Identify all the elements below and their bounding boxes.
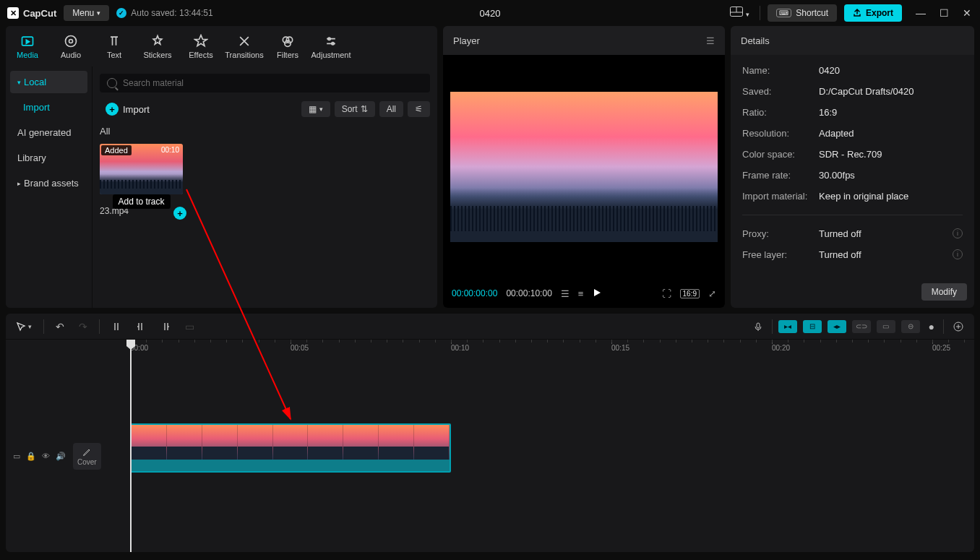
split-left-button[interactable] xyxy=(133,319,149,334)
layout-icon xyxy=(730,7,743,17)
eye-icon[interactable]: 👁 xyxy=(42,452,50,461)
tab-transitions[interactable]: Transitions xyxy=(223,26,266,66)
tab-filters[interactable]: Filters xyxy=(266,26,309,66)
play-button[interactable] xyxy=(592,288,602,300)
fit-icon xyxy=(953,321,964,332)
split-right-icon xyxy=(160,322,171,332)
minimize-button[interactable]: — xyxy=(915,7,927,19)
chevron-down-icon: ▾ xyxy=(97,9,100,17)
sort-icon: ⇅ xyxy=(361,104,368,114)
layout-button[interactable]: ▾ xyxy=(727,4,752,22)
view-grid-button[interactable]: ▦▾ xyxy=(301,101,330,117)
separator xyxy=(742,215,963,215)
modify-button[interactable]: Modify xyxy=(921,283,967,301)
tab-label: Effects xyxy=(189,51,212,59)
menu-icon[interactable]: ≡ xyxy=(578,288,584,299)
split-button[interactable] xyxy=(108,319,124,334)
caret-down-icon: ▾ xyxy=(17,79,21,86)
added-badge: Added xyxy=(101,145,132,155)
split-left-icon xyxy=(136,322,146,332)
ruler-mark: 00:25 xyxy=(932,344,950,352)
magnet-start-toggle[interactable]: ▸◂ xyxy=(778,320,797,333)
ratio-badge[interactable]: 16:9 xyxy=(680,289,700,298)
shortcut-button[interactable]: ⌨ Shortcut xyxy=(768,4,837,22)
magnet-end-toggle[interactable]: ◂▸ xyxy=(828,320,846,333)
sidebar-item-import[interactable]: Import xyxy=(10,96,87,119)
timeline-ruler[interactable]: 00:00 00:05 00:10 00:15 00:20 00:25 xyxy=(121,340,974,360)
cursor-icon xyxy=(16,322,26,332)
media-thumbnail[interactable]: Added 00:10 + Add to track 23.mp4 xyxy=(100,144,183,216)
tab-adjustment[interactable]: Adjustment xyxy=(309,26,353,66)
search-input[interactable]: Search material xyxy=(100,74,430,92)
scale-icon[interactable]: ⛶ xyxy=(662,288,671,299)
filter-button[interactable]: ⚟ xyxy=(408,101,430,117)
export-icon xyxy=(853,9,861,17)
selection-tool[interactable]: ▾ xyxy=(13,319,35,334)
detail-label-name: Name: xyxy=(742,65,819,76)
close-button[interactable]: ✕ xyxy=(961,7,973,19)
info-icon[interactable]: i xyxy=(953,228,963,238)
speaker-icon[interactable]: 🔊 xyxy=(56,452,66,461)
sidebar-item-local[interactable]: ▾Local xyxy=(10,71,87,93)
zoom-out-button[interactable]: ⊖ xyxy=(901,320,920,333)
timeline-clip[interactable]: 23.mp4 00:00:10:00 xyxy=(130,423,451,473)
ruler-mark: 00:20 xyxy=(772,344,790,352)
stickers-icon xyxy=(150,34,165,48)
detail-value-saved: D:/CapCut Drafts/0420 xyxy=(819,86,914,97)
sidebar-label: AI generated xyxy=(17,127,71,138)
split-right-button[interactable] xyxy=(158,319,173,334)
export-button[interactable]: Export xyxy=(844,4,902,22)
lock-icon[interactable]: 🔒 xyxy=(26,452,36,461)
cover-label: Cover xyxy=(77,458,97,466)
sidebar-item-library[interactable]: Library xyxy=(10,147,87,169)
detail-value-framerate: 30.00fps xyxy=(819,170,855,181)
redo-button[interactable]: ↷ xyxy=(76,319,90,335)
list-icon[interactable]: ☰ xyxy=(561,288,569,299)
cover-button[interactable]: Cover xyxy=(73,443,101,470)
effects-icon xyxy=(194,34,208,48)
filters-icon xyxy=(280,34,295,48)
preview-canvas[interactable] xyxy=(450,92,718,242)
sidebar-item-brand[interactable]: ▸Brand assets xyxy=(10,172,87,194)
detail-label-proxy: Proxy: xyxy=(742,228,819,239)
player-menu-icon[interactable]: ☰ xyxy=(706,35,715,46)
tab-effects[interactable]: Effects xyxy=(179,26,223,66)
divider xyxy=(943,319,944,334)
delete-button[interactable]: ▭ xyxy=(182,319,197,335)
magnet-toggle[interactable]: ⊟ xyxy=(803,320,822,333)
divider xyxy=(99,319,100,334)
tab-text[interactable]: Text xyxy=(93,26,136,66)
zoom-fit-button[interactable] xyxy=(950,319,967,335)
duration-badge: 00:10 xyxy=(159,145,181,155)
detail-label-import: Import material: xyxy=(742,191,819,202)
detail-label-res: Resolution: xyxy=(742,128,819,139)
fullscreen-icon[interactable]: ⤢ xyxy=(708,288,716,299)
preview-toggle[interactable]: ▭ xyxy=(877,320,895,333)
filter-all-button[interactable]: All xyxy=(379,101,403,117)
playhead[interactable] xyxy=(130,340,132,552)
menu-label: Menu xyxy=(72,8,94,18)
sort-button[interactable]: Sort ⇅ xyxy=(335,101,375,117)
split-icon xyxy=(111,322,121,332)
mic-button[interactable] xyxy=(750,319,766,334)
import-button[interactable]: + Import xyxy=(100,100,155,119)
detail-label-framerate: Frame rate: xyxy=(742,170,819,181)
maximize-button[interactable]: ☐ xyxy=(938,7,950,19)
info-icon[interactable]: i xyxy=(953,249,963,259)
sidebar-label: Import xyxy=(23,102,50,113)
detail-value-ratio: 16:9 xyxy=(819,107,837,118)
add-to-track-button[interactable]: + xyxy=(173,207,186,220)
zoom-slider[interactable]: ● xyxy=(926,319,937,335)
menu-button[interactable]: Menu ▾ xyxy=(64,5,109,21)
detail-value-layer: Turned off xyxy=(819,249,861,260)
sidebar-item-ai[interactable]: AI generated xyxy=(10,121,87,144)
chevron-down-icon: ▾ xyxy=(28,323,32,330)
tab-media[interactable]: Media xyxy=(6,26,49,66)
link-toggle[interactable]: ⊂⊃ xyxy=(852,320,871,333)
tab-stickers[interactable]: Stickers xyxy=(136,26,179,66)
track-toggle-icon[interactable]: ▭ xyxy=(13,452,20,461)
undo-button[interactable]: ↶ xyxy=(53,319,67,335)
sidebar-label: Library xyxy=(17,152,46,163)
tab-label: Filters xyxy=(277,51,298,59)
tab-audio[interactable]: Audio xyxy=(49,26,93,66)
